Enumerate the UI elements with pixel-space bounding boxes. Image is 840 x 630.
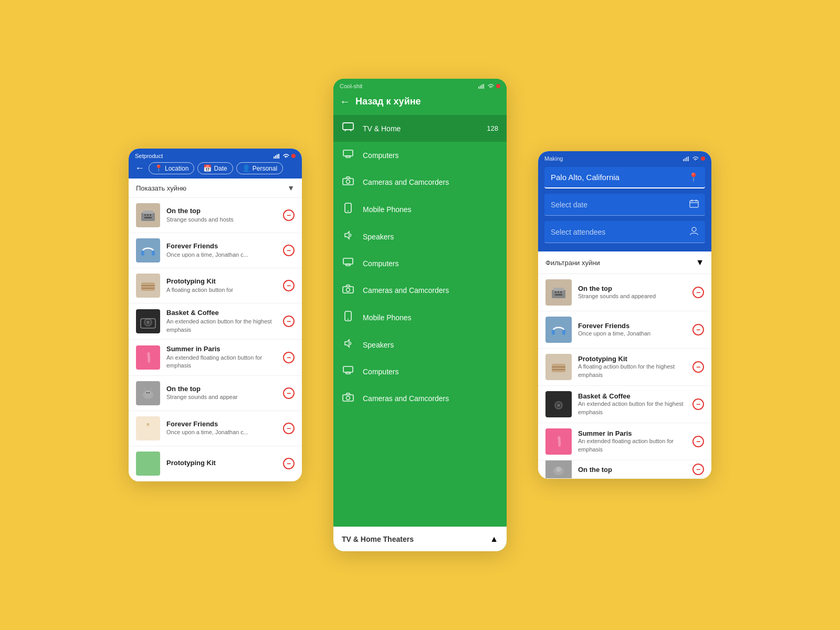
item-title: Prototyping Kit: [578, 355, 686, 363]
phone1-status-icons: [274, 154, 296, 159]
category-item-computers-3[interactable]: Computers: [333, 358, 507, 385]
personal-chip[interactable]: 👤 Personal: [236, 162, 283, 174]
list-item[interactable]: Forever Friends Once upon a time, Jonath…: [129, 233, 302, 268]
category-item-cameras-1[interactable]: Cameras and Camcorders: [333, 169, 507, 195]
list-item[interactable]: Prototyping Kit −: [129, 446, 302, 481]
phone1-filter-bar[interactable]: Показать хуйню ▼: [129, 178, 302, 198]
svg-rect-36: [343, 150, 353, 156]
svg-rect-77: [560, 437, 564, 447]
phone2-bottom-bar[interactable]: TV & Home Theaters ▲: [333, 527, 507, 551]
location-chip[interactable]: 📍 Location: [149, 162, 194, 174]
svg-rect-10: [141, 250, 144, 256]
attendees-field[interactable]: Select attendees: [544, 221, 705, 243]
svg-rect-75: [552, 436, 558, 447]
list-item[interactable]: Forever Friends Once upon a time, Jonath…: [129, 411, 302, 446]
remove-button[interactable]: −: [692, 464, 704, 475]
back-button[interactable]: ←: [340, 96, 350, 108]
item-image: [545, 354, 572, 380]
category-item-cameras-2[interactable]: Cameras and Camcorders: [333, 277, 507, 303]
list-item[interactable]: On the top Strange sounds and appear −: [129, 376, 302, 411]
item-title: On the top: [166, 385, 277, 394]
category-label: Cameras and Camcorders: [363, 178, 498, 186]
remove-button[interactable]: −: [283, 316, 295, 327]
phone1-header: Setproduct ←: [129, 149, 302, 178]
remove-button[interactable]: −: [283, 458, 295, 469]
list-item[interactable]: On the top Strange sounds and appeared −: [538, 274, 711, 311]
category-item-speakers-1[interactable]: Speakers: [333, 223, 507, 250]
svg-rect-64: [558, 291, 559, 293]
wifi-icon: [488, 84, 494, 89]
item-text: Summer in Paris An extended floating act…: [578, 429, 686, 454]
item-text: Summer in Paris An extended floating act…: [166, 345, 277, 370]
category-item-mobile-2[interactable]: Mobile Phones: [333, 303, 507, 331]
item-title: Prototyping Kit: [166, 277, 277, 286]
phone1: Setproduct ←: [129, 149, 302, 481]
phone2-status-bar: Cool-shit: [340, 83, 500, 89]
location-chip-icon: 📍: [154, 164, 163, 172]
list-item[interactable]: Prototyping Kit A floating action button…: [538, 349, 711, 386]
back-button[interactable]: ←: [135, 163, 144, 174]
list-item[interactable]: Prototyping Kit A floating action button…: [129, 268, 302, 303]
svg-rect-66: [555, 294, 562, 296]
category-item-mobile-1[interactable]: Mobile Phones: [333, 195, 507, 223]
remove-button[interactable]: −: [692, 436, 704, 447]
wifi-icon: [283, 154, 289, 159]
phone2-category-list: TV & Home 128 Computers Cameras and Camc…: [333, 115, 507, 443]
camera-icon: [342, 392, 354, 404]
remove-button[interactable]: −: [692, 361, 704, 373]
item-subtitle: Once upon a time, Jonathan: [578, 330, 686, 338]
category-item-speakers-2[interactable]: Speakers: [333, 331, 507, 358]
svg-rect-42: [343, 258, 353, 264]
item-subtitle: Strange sounds and hosts: [166, 216, 277, 224]
phone2-nav-title: Назад к хуйне: [355, 96, 421, 107]
item-image: [136, 203, 160, 227]
item-title: Summer in Paris: [578, 429, 686, 437]
location-search-field[interactable]: Palo Alto, California 📍: [544, 167, 705, 188]
list-item[interactable]: On the top −: [538, 460, 711, 479]
mobile-icon: [342, 203, 354, 216]
category-item-computers-1[interactable]: Computers: [333, 142, 507, 169]
list-item[interactable]: Basket & Coffee An extended action butto…: [538, 386, 711, 423]
svg-rect-12: [141, 282, 155, 291]
svg-point-79: [556, 467, 561, 472]
phone3-filter-bar[interactable]: Фильтрани хуйни ▼: [538, 251, 711, 274]
phone2-header: Cool-shit ←: [333, 79, 507, 115]
remove-button[interactable]: −: [283, 245, 295, 256]
remove-button[interactable]: −: [283, 280, 295, 291]
svg-rect-9: [144, 217, 152, 218]
category-label: Computers: [363, 259, 498, 268]
list-item[interactable]: Forever Friends Once upon a time, Jonath…: [538, 311, 711, 349]
list-item[interactable]: Summer in Paris An extended floating act…: [538, 423, 711, 460]
attendees-placeholder: Select attendees: [551, 228, 605, 236]
category-label: Cameras and Camcorders: [363, 394, 498, 403]
item-subtitle: A floating action button for: [166, 286, 277, 294]
date-field[interactable]: Select date: [544, 194, 705, 216]
item-image: [545, 391, 572, 417]
item-text: Basket & Coffee An extended action butto…: [578, 392, 686, 416]
svg-rect-5: [143, 211, 153, 214]
item-subtitle: An extended action button for the highes…: [166, 318, 277, 334]
svg-rect-69: [552, 364, 565, 372]
svg-point-51: [346, 396, 350, 400]
category-item-tv[interactable]: TV & Home 128: [333, 115, 507, 142]
remove-button[interactable]: −: [692, 398, 704, 410]
signal-icon: [274, 154, 281, 159]
item-image: [545, 279, 572, 306]
remove-button[interactable]: −: [283, 352, 295, 363]
speakers-icon: [342, 339, 354, 351]
attendees-icon: [689, 226, 699, 237]
list-item[interactable]: Basket & Coffee An extended action butto…: [129, 303, 302, 340]
list-item[interactable]: Summer in Paris An extended floating act…: [129, 340, 302, 376]
phone3-list: On the top Strange sounds and appeared −…: [538, 274, 711, 479]
remove-button[interactable]: −: [692, 287, 704, 298]
category-item-computers-2[interactable]: Computers: [333, 250, 507, 277]
remove-button[interactable]: −: [692, 324, 704, 335]
item-title: Basket & Coffee: [578, 392, 686, 400]
item-subtitle: Strange sounds and appear: [166, 393, 277, 401]
list-item[interactable]: On the top Strange sounds and hosts −: [129, 198, 302, 233]
category-item-cameras-3[interactable]: Cameras and Camcorders: [333, 385, 507, 412]
remove-button[interactable]: −: [283, 209, 295, 221]
remove-button[interactable]: −: [283, 423, 295, 434]
date-chip[interactable]: 📅 Date: [197, 162, 233, 174]
remove-button[interactable]: −: [283, 387, 295, 399]
